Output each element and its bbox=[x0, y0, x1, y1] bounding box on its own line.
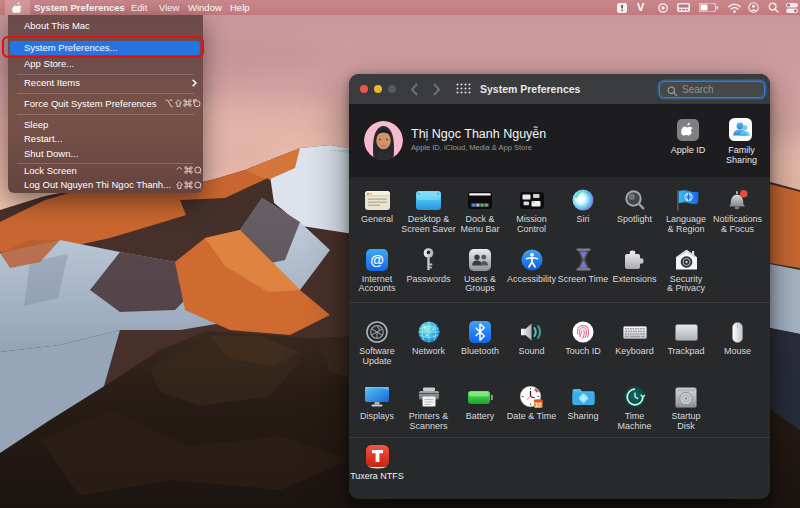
svg-text:17: 17 bbox=[535, 402, 541, 408]
svg-text:@: @ bbox=[370, 251, 384, 267]
